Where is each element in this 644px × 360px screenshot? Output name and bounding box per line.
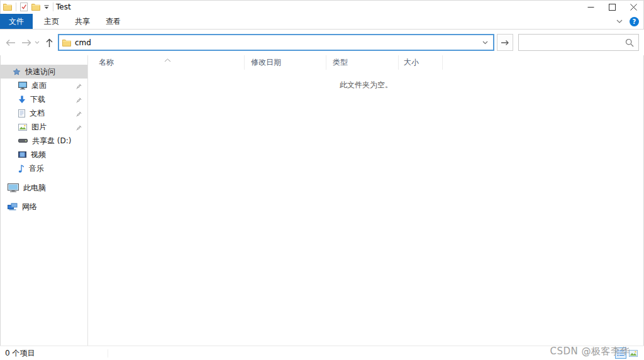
drive-icon [18, 139, 28, 143]
address-bar[interactable] [58, 34, 494, 51]
minimize-icon [587, 4, 594, 11]
watermark-text: CSDN @极客李华 [550, 346, 630, 357]
chevron-down-icon [482, 41, 488, 45]
column-header-label: 修改日期 [251, 57, 281, 68]
sidebar-item-label: 文档 [30, 108, 45, 119]
video-icon [18, 151, 26, 158]
navigation-pane: 快速访问 桌面 下载 [0, 55, 88, 346]
pin-icon [76, 96, 82, 105]
column-header-label: 名称 [99, 57, 114, 68]
search-box[interactable] [518, 34, 639, 51]
tab-view[interactable]: 查看 [101, 14, 125, 29]
tab-share[interactable]: 共享 [70, 14, 94, 29]
sidebar-item-videos[interactable]: 视频 [0, 148, 87, 161]
search-input[interactable] [519, 38, 621, 47]
pin-icon [76, 110, 82, 119]
empty-folder-message: 此文件夹为空。 [88, 80, 644, 90]
forward-arrow-icon [21, 39, 32, 46]
sidebar-item-label: 此电脑 [23, 183, 46, 194]
close-icon [630, 4, 637, 11]
address-input[interactable] [75, 38, 477, 47]
status-bar: 0 个项目 [0, 346, 644, 360]
sidebar-item-label: 共享盘 (D:) [32, 136, 71, 146]
sidebar-item-downloads[interactable]: 下载 [0, 92, 87, 106]
window-controls [580, 0, 644, 14]
quick-access-star-icon [13, 68, 21, 76]
document-icon [18, 109, 25, 117]
maximize-button[interactable] [601, 0, 623, 14]
pin-icon [76, 82, 82, 91]
music-note-icon [18, 165, 25, 173]
new-folder-icon[interactable] [31, 3, 40, 11]
sidebar-item-music[interactable]: 音乐 [0, 161, 87, 175]
column-header-row: 名称 修改日期 类型 大小 [88, 55, 644, 70]
forward-button[interactable] [19, 30, 34, 55]
sidebar-item-pictures[interactable]: 图片 [0, 120, 87, 134]
sidebar-item-label: 图片 [31, 122, 47, 133]
column-header-label: 大小 [404, 57, 419, 68]
column-header-size[interactable]: 大小 [399, 55, 443, 70]
close-button[interactable] [623, 0, 644, 14]
tab-file[interactable]: 文件 [0, 14, 33, 29]
up-arrow-icon [45, 38, 53, 48]
sidebar-item-label: 网络 [22, 202, 37, 212]
desktop-icon [18, 82, 27, 90]
tab-home[interactable]: 主页 [40, 14, 64, 29]
title-bar: Test [0, 0, 644, 14]
pin-icon [76, 124, 82, 133]
this-pc-icon [8, 183, 19, 192]
column-header-type[interactable]: 类型 [326, 55, 399, 70]
window-title: Test [56, 3, 71, 11]
network-icon [8, 203, 18, 210]
qat-dropdown-icon[interactable] [44, 5, 49, 9]
qat-separator [53, 3, 53, 11]
address-folder-icon [62, 39, 71, 46]
sidebar-item-documents[interactable]: 文档 [0, 106, 87, 120]
navigation-toolbar [0, 30, 644, 55]
item-count: 0 个项目 [5, 348, 35, 359]
column-header-label: 类型 [333, 57, 348, 68]
explorer-folder-icon [3, 3, 12, 11]
recent-locations-chevron[interactable] [33, 30, 41, 55]
back-button[interactable] [3, 30, 18, 55]
ribbon-tab-strip: 文件 主页 共享 查看 ? [0, 14, 644, 30]
file-list-area: 名称 修改日期 类型 大小 此文件夹为空。 [88, 55, 644, 346]
ribbon-right-controls: ? [616, 14, 639, 29]
minimize-button[interactable] [580, 0, 601, 14]
back-arrow-icon [5, 39, 16, 46]
sidebar-item-quick-access[interactable]: 快速访问 [0, 65, 87, 79]
download-icon [18, 95, 26, 104]
pictures-icon [18, 124, 27, 131]
sidebar-item-desktop[interactable]: 桌面 [0, 79, 87, 92]
maximize-icon [609, 4, 616, 11]
sort-ascending-icon[interactable] [164, 55, 171, 64]
status-separator [108, 349, 108, 357]
qat-separator [16, 3, 16, 11]
go-button[interactable] [497, 34, 513, 51]
sidebar-item-label: 视频 [31, 150, 46, 160]
go-arrow-icon [501, 40, 509, 46]
properties-check-icon[interactable] [20, 3, 28, 11]
sidebar-item-shared-drive[interactable]: 共享盘 (D:) [0, 134, 87, 148]
help-icon[interactable]: ? [630, 17, 639, 26]
collapse-ribbon-chevron-icon[interactable] [616, 19, 623, 23]
window-body: 快速访问 桌面 下载 [0, 55, 644, 346]
sidebar-item-label: 快速访问 [25, 67, 55, 77]
sidebar-item-network[interactable]: 网络 [0, 200, 87, 214]
sidebar-gap [0, 175, 87, 181]
quick-access-toolbar [3, 3, 53, 11]
explorer-window: Test 文件 主页 共享 查看 ? [0, 0, 644, 360]
sidebar-item-label: 桌面 [31, 80, 47, 91]
search-icon [621, 38, 638, 47]
up-button[interactable] [42, 30, 57, 55]
column-header-date-modified[interactable]: 修改日期 [245, 55, 326, 70]
address-dropdown-chevron[interactable] [477, 35, 493, 50]
chevron-down-icon [35, 41, 40, 44]
sidebar-item-label: 音乐 [29, 163, 44, 174]
sidebar-item-label: 下载 [30, 94, 45, 105]
sidebar-gap [0, 195, 87, 200]
sidebar-item-this-pc[interactable]: 此电脑 [0, 181, 87, 195]
thumbnail-view-icon [629, 350, 638, 357]
